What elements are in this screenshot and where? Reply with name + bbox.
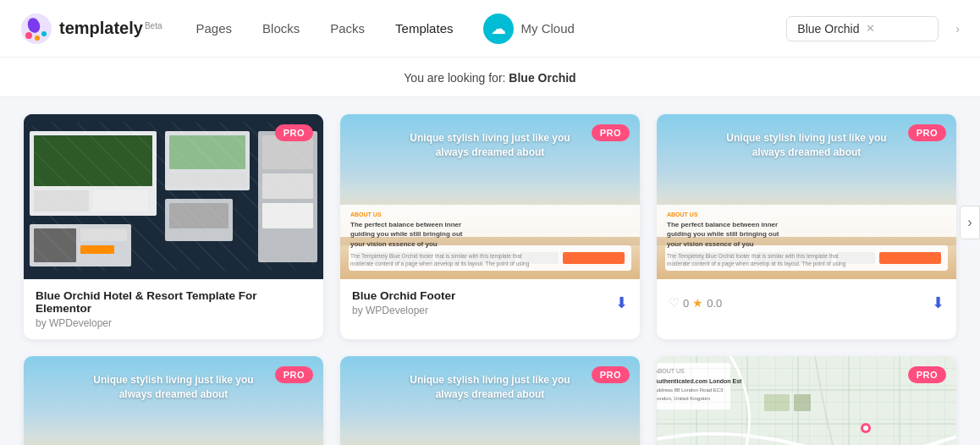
nav-pages[interactable]: Pages	[196, 21, 233, 36]
svg-rect-8	[34, 190, 89, 212]
card-2-actions: ⬇	[615, 294, 628, 312]
card-4[interactable]: Unique stylish living just like youalway…	[24, 356, 323, 445]
card-1[interactable]: PRO Blue Orchid Hotel & Resort Template …	[24, 114, 323, 339]
card-1-pro-badge: PRO	[275, 124, 313, 141]
search-query: Blue Orchid	[509, 71, 575, 85]
svg-point-42	[861, 423, 871, 433]
search-value: Blue Orchid	[797, 22, 859, 36]
cards-grid: PRO Blue Orchid Hotel & Resort Template …	[0, 97, 980, 445]
svg-rect-37	[657, 363, 730, 409]
card-4-pro-badge: PRO	[275, 366, 313, 383]
card-5-thumb: Unique stylish living just like youalway…	[340, 356, 640, 445]
search-clear-icon[interactable]: ✕	[866, 22, 875, 35]
card-5-pro-badge: PRO	[592, 366, 630, 383]
card-3-download-button[interactable]: ⬇	[932, 294, 944, 312]
header: templatelyBeta Pages Blocks Packs Templa…	[0, 0, 980, 58]
svg-text:Authenticated.com London Est: Authenticated.com London Est	[657, 378, 742, 384]
card-1-author: by WPDeveloper	[36, 317, 311, 329]
main-nav: Pages Blocks Packs Templates ☁ My Cloud	[196, 14, 787, 44]
card-3[interactable]: Unique stylish living just like youalway…	[657, 114, 956, 339]
search-bar: You are looking for: Blue Orchid	[0, 58, 980, 97]
svg-rect-13	[30, 224, 131, 266]
rating-value: 0.0	[707, 297, 722, 310]
like-count: 0	[683, 297, 689, 310]
my-cloud-label: My Cloud	[520, 21, 574, 36]
svg-rect-16	[80, 245, 114, 254]
card-2-thumb: Unique stylish living just like youalway…	[340, 114, 640, 279]
card-1-info: Blue Orchid Hotel & Resort Template For …	[36, 289, 311, 329]
card-2-info: Blue Orchid Footer by WPDeveloper	[352, 289, 615, 316]
svg-text:London, United Kingdom: London, United Kingdom	[657, 396, 710, 401]
card-6[interactable]: ABOUT US Authenticated.com London Est Ad…	[657, 356, 956, 445]
search-prefix: You are looking for:	[404, 71, 505, 85]
svg-rect-9	[93, 190, 148, 212]
search-box[interactable]: Blue Orchid ✕	[786, 16, 939, 41]
cloud-icon: ☁	[483, 14, 514, 44]
card-2-download-button[interactable]: ⬇	[615, 294, 628, 312]
card-2[interactable]: Unique stylish living just like youalway…	[340, 114, 640, 339]
svg-text:Address 88 London Road EC3: Address 88 London Road EC3	[657, 387, 724, 393]
svg-rect-11	[169, 135, 245, 169]
svg-point-43	[863, 426, 868, 431]
svg-text:ABOUT US: ABOUT US	[657, 368, 685, 374]
svg-rect-14	[34, 228, 76, 262]
card-2-body: Blue Orchid Footer by WPDeveloper ⬇	[340, 279, 640, 327]
my-cloud-button[interactable]: ☁ My Cloud	[483, 14, 574, 44]
svg-rect-15	[80, 228, 127, 241]
card-6-thumb: ABOUT US Authenticated.com London Est Ad…	[657, 356, 956, 445]
header-right: Blue Orchid ✕ ›	[786, 16, 960, 41]
logo-icon	[20, 13, 52, 45]
svg-point-4	[41, 31, 47, 36]
svg-rect-7	[34, 135, 152, 186]
card-1-title: Blue Orchid Hotel & Resort Template For …	[36, 289, 311, 315]
card-1-thumb: PRO	[24, 114, 323, 279]
star-icon: ★	[692, 296, 703, 310]
svg-rect-6	[30, 131, 157, 216]
heart-icon: ♡	[669, 295, 680, 310]
svg-rect-10	[165, 131, 250, 190]
scroll-right-icon[interactable]: ›	[955, 22, 960, 36]
card-3-body: ♡ 0 ★ 0.0 ⬇	[657, 279, 956, 327]
svg-point-3	[35, 36, 40, 41]
svg-rect-19	[258, 131, 317, 262]
card-3-info: ♡ 0 ★ 0.0	[669, 295, 932, 310]
nav-templates[interactable]: Templates	[395, 21, 453, 36]
svg-rect-33	[764, 394, 790, 411]
logo-text: templatelyBeta	[59, 19, 162, 38]
svg-rect-18	[169, 203, 228, 228]
logo-area[interactable]: templatelyBeta	[20, 13, 162, 45]
card-1-body: Blue Orchid Hotel & Resort Template For …	[24, 279, 323, 339]
svg-point-2	[25, 32, 32, 39]
card-3-actions: ⬇	[932, 294, 944, 312]
svg-rect-34	[794, 394, 811, 411]
card-3-pro-badge: PRO	[908, 124, 946, 141]
scroll-right-arrow[interactable]: ›	[960, 206, 980, 239]
card-3-rating: ♡ 0 ★ 0.0	[669, 295, 932, 310]
svg-rect-21	[262, 173, 313, 199]
svg-rect-12	[169, 173, 245, 186]
card-4-thumb: Unique stylish living just like youalway…	[24, 356, 323, 445]
card-6-pro-badge: PRO	[908, 366, 946, 383]
card-2-title: Blue Orchid Footer	[352, 289, 615, 302]
card-3-thumb: Unique stylish living just like youalway…	[657, 114, 956, 279]
svg-rect-22	[262, 203, 313, 228]
svg-rect-17	[165, 199, 233, 241]
nav-blocks[interactable]: Blocks	[262, 21, 300, 36]
card-5[interactable]: Unique stylish living just like youalway…	[340, 356, 640, 445]
card-2-pro-badge: PRO	[592, 124, 630, 141]
nav-packs[interactable]: Packs	[330, 21, 365, 36]
card-2-author: by WPDeveloper	[352, 305, 615, 316]
